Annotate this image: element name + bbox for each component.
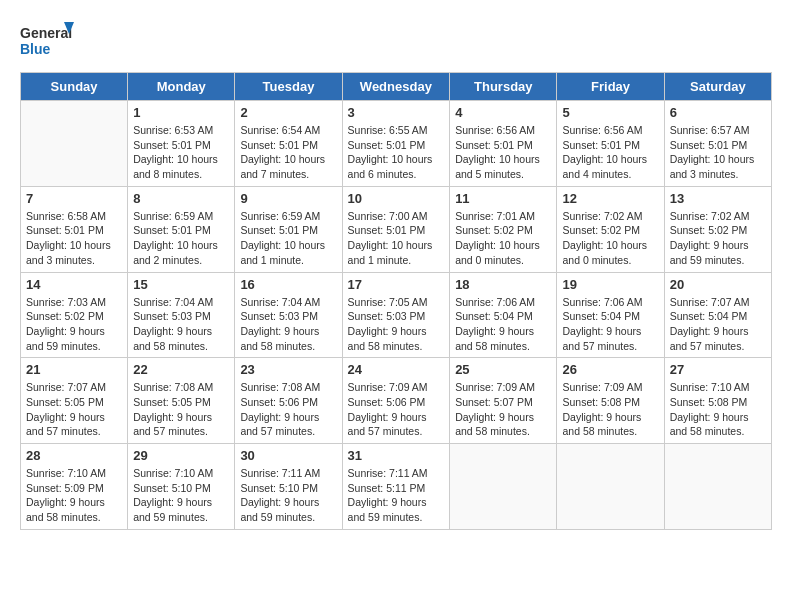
cell-info: Sunrise: 6:59 AM: [240, 209, 336, 224]
cell-info: Daylight: 9 hours: [26, 495, 122, 510]
cell-info: Sunrise: 7:04 AM: [240, 295, 336, 310]
cell-info: and 59 minutes.: [670, 253, 766, 268]
cell-info: Sunset: 5:04 PM: [670, 309, 766, 324]
day-cell-6: 6Sunrise: 6:57 AMSunset: 5:01 PMDaylight…: [664, 101, 771, 187]
cell-info: Sunrise: 7:11 AM: [240, 466, 336, 481]
day-cell-24: 24Sunrise: 7:09 AMSunset: 5:06 PMDayligh…: [342, 358, 450, 444]
day-cell-20: 20Sunrise: 7:07 AMSunset: 5:04 PMDayligh…: [664, 272, 771, 358]
cell-info: Daylight: 9 hours: [348, 495, 445, 510]
cell-info: Daylight: 9 hours: [562, 410, 658, 425]
cell-info: Daylight: 10 hours: [348, 238, 445, 253]
cell-info: Sunset: 5:01 PM: [670, 138, 766, 153]
day-cell-17: 17Sunrise: 7:05 AMSunset: 5:03 PMDayligh…: [342, 272, 450, 358]
weekday-header-friday: Friday: [557, 73, 664, 101]
cell-info: Daylight: 9 hours: [240, 410, 336, 425]
cell-info: and 58 minutes.: [240, 339, 336, 354]
cell-info: Sunrise: 7:09 AM: [348, 380, 445, 395]
cell-info: and 0 minutes.: [562, 253, 658, 268]
cell-info: Sunset: 5:01 PM: [240, 223, 336, 238]
day-number: 22: [133, 362, 229, 377]
day-number: 21: [26, 362, 122, 377]
calendar-table: SundayMondayTuesdayWednesdayThursdayFrid…: [20, 72, 772, 530]
cell-info: Daylight: 10 hours: [562, 238, 658, 253]
cell-info: and 5 minutes.: [455, 167, 551, 182]
day-cell-5: 5Sunrise: 6:56 AMSunset: 5:01 PMDaylight…: [557, 101, 664, 187]
day-cell-10: 10Sunrise: 7:00 AMSunset: 5:01 PMDayligh…: [342, 186, 450, 272]
cell-info: Sunset: 5:03 PM: [348, 309, 445, 324]
cell-info: and 57 minutes.: [562, 339, 658, 354]
week-row-5: 28Sunrise: 7:10 AMSunset: 5:09 PMDayligh…: [21, 444, 772, 530]
day-number: 9: [240, 191, 336, 206]
day-cell-22: 22Sunrise: 7:08 AMSunset: 5:05 PMDayligh…: [128, 358, 235, 444]
cell-info: and 57 minutes.: [670, 339, 766, 354]
day-number: 14: [26, 277, 122, 292]
cell-info: and 58 minutes.: [455, 424, 551, 439]
day-cell-14: 14Sunrise: 7:03 AMSunset: 5:02 PMDayligh…: [21, 272, 128, 358]
day-number: 18: [455, 277, 551, 292]
cell-info: Daylight: 10 hours: [240, 238, 336, 253]
day-number: 28: [26, 448, 122, 463]
cell-info: and 58 minutes.: [455, 339, 551, 354]
cell-info: Sunrise: 7:05 AM: [348, 295, 445, 310]
cell-info: Daylight: 10 hours: [240, 152, 336, 167]
cell-info: Daylight: 10 hours: [455, 238, 551, 253]
cell-info: and 58 minutes.: [133, 339, 229, 354]
cell-info: Sunrise: 7:06 AM: [562, 295, 658, 310]
logo: General Blue: [20, 20, 75, 62]
weekday-header-sunday: Sunday: [21, 73, 128, 101]
cell-info: Sunset: 5:02 PM: [455, 223, 551, 238]
day-number: 19: [562, 277, 658, 292]
cell-info: and 7 minutes.: [240, 167, 336, 182]
cell-info: Sunset: 5:01 PM: [348, 223, 445, 238]
cell-info: Sunset: 5:11 PM: [348, 481, 445, 496]
cell-info: Sunrise: 6:58 AM: [26, 209, 122, 224]
cell-info: and 57 minutes.: [348, 424, 445, 439]
cell-info: and 3 minutes.: [26, 253, 122, 268]
cell-info: Sunrise: 7:02 AM: [670, 209, 766, 224]
cell-info: Daylight: 10 hours: [133, 238, 229, 253]
cell-info: Daylight: 9 hours: [348, 410, 445, 425]
cell-info: and 6 minutes.: [348, 167, 445, 182]
cell-info: Sunrise: 7:10 AM: [133, 466, 229, 481]
cell-info: Daylight: 9 hours: [670, 324, 766, 339]
cell-info: Sunset: 5:03 PM: [240, 309, 336, 324]
cell-info: Sunset: 5:01 PM: [240, 138, 336, 153]
day-number: 17: [348, 277, 445, 292]
cell-info: and 58 minutes.: [670, 424, 766, 439]
cell-info: Daylight: 10 hours: [455, 152, 551, 167]
week-row-3: 14Sunrise: 7:03 AMSunset: 5:02 PMDayligh…: [21, 272, 772, 358]
cell-info: Sunset: 5:06 PM: [348, 395, 445, 410]
day-number: 26: [562, 362, 658, 377]
cell-info: and 58 minutes.: [562, 424, 658, 439]
day-number: 10: [348, 191, 445, 206]
cell-info: Sunset: 5:05 PM: [26, 395, 122, 410]
cell-info: and 8 minutes.: [133, 167, 229, 182]
cell-info: and 0 minutes.: [455, 253, 551, 268]
cell-info: Sunrise: 6:56 AM: [562, 123, 658, 138]
cell-info: Daylight: 10 hours: [26, 238, 122, 253]
cell-info: Sunrise: 7:01 AM: [455, 209, 551, 224]
day-number: 3: [348, 105, 445, 120]
cell-info: Sunrise: 7:10 AM: [26, 466, 122, 481]
cell-info: Sunset: 5:06 PM: [240, 395, 336, 410]
cell-info: Daylight: 9 hours: [670, 410, 766, 425]
cell-info: Sunrise: 6:53 AM: [133, 123, 229, 138]
day-number: 11: [455, 191, 551, 206]
cell-info: Daylight: 10 hours: [348, 152, 445, 167]
day-cell-12: 12Sunrise: 7:02 AMSunset: 5:02 PMDayligh…: [557, 186, 664, 272]
day-cell-3: 3Sunrise: 6:55 AMSunset: 5:01 PMDaylight…: [342, 101, 450, 187]
page-header: General Blue: [20, 20, 772, 62]
cell-info: Sunset: 5:04 PM: [562, 309, 658, 324]
cell-info: Sunset: 5:01 PM: [455, 138, 551, 153]
day-cell-8: 8Sunrise: 6:59 AMSunset: 5:01 PMDaylight…: [128, 186, 235, 272]
cell-info: Sunrise: 7:11 AM: [348, 466, 445, 481]
week-row-2: 7Sunrise: 6:58 AMSunset: 5:01 PMDaylight…: [21, 186, 772, 272]
cell-info: and 58 minutes.: [26, 510, 122, 525]
day-number: 13: [670, 191, 766, 206]
cell-info: and 59 minutes.: [240, 510, 336, 525]
day-number: 1: [133, 105, 229, 120]
cell-info: Sunset: 5:08 PM: [670, 395, 766, 410]
day-cell-9: 9Sunrise: 6:59 AMSunset: 5:01 PMDaylight…: [235, 186, 342, 272]
cell-info: Daylight: 10 hours: [562, 152, 658, 167]
day-number: 25: [455, 362, 551, 377]
